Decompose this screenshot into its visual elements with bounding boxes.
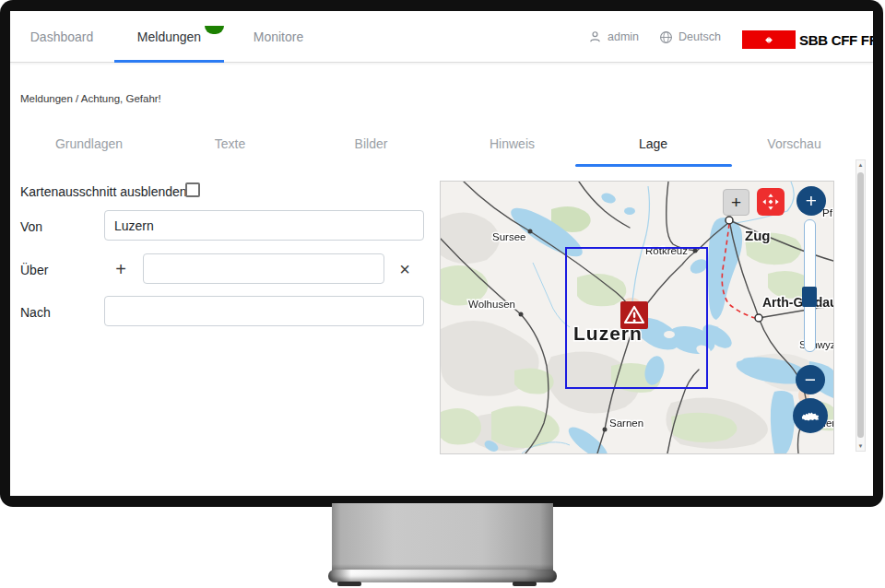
nach-input[interactable] [104, 296, 424, 326]
tab-texte[interactable]: Texte [159, 129, 301, 159]
nav-item-monitore[interactable]: Monitore [245, 11, 312, 63]
language-label: Deutsch [678, 30, 721, 43]
nav-item-meldungen[interactable]: Meldungen [114, 11, 224, 63]
warning-marker-icon[interactable] [620, 301, 648, 329]
close-icon: × [399, 259, 410, 280]
hide-map-label: Kartenausschnitt ausblenden [20, 184, 187, 199]
switzerland-icon [800, 409, 820, 423]
pan-mode-button[interactable] [757, 188, 785, 216]
breadcrumb: Meldungen / Achtung, Gefahr! [20, 93, 161, 104]
zoom-in-button[interactable]: + [796, 186, 826, 216]
label-sarnen: Sarnen [609, 417, 643, 429]
scroll-up-icon[interactable]: ▲ [856, 162, 865, 168]
content-scrollbar[interactable]: ▲ ▼ [856, 159, 866, 452]
nav-monitore-label: Monitore [254, 29, 303, 44]
user-menu[interactable]: admin [588, 11, 639, 63]
globe-icon [659, 30, 673, 44]
monitor-foot-right [513, 582, 537, 586]
tab-lage[interactable]: Lage [583, 129, 724, 159]
tab-grundlagen[interactable]: Grundlagen [18, 129, 159, 159]
home-extent-button[interactable] [793, 398, 828, 433]
label-pf: Pf [822, 207, 833, 218]
zoom-out-button[interactable]: − [796, 365, 825, 394]
app-screen: Dashboard Meldungen Monitore admin Deuts… [10, 11, 873, 496]
label-zug: Zug [745, 228, 771, 243]
monitor-base [328, 570, 557, 582]
notification-badge [205, 26, 224, 34]
map-terrain: Sursee Wolhusen Rotkreuz Zug Arth-Goldau… [441, 182, 833, 453]
nav-item-dashboard[interactable]: Dashboard [34, 11, 89, 63]
plus-icon: + [731, 193, 741, 213]
nav-dashboard-label: Dashboard [30, 29, 94, 44]
hide-map-checkbox[interactable] [185, 182, 200, 197]
monitor-stand [332, 503, 553, 571]
label-sursee: Sursee [492, 231, 525, 242]
add-via-button[interactable]: + [110, 258, 132, 280]
active-tab-underline [575, 164, 732, 167]
move-icon [761, 193, 780, 211]
map-canvas[interactable]: Sursee Wolhusen Rotkreuz Zug Arth-Goldau… [440, 181, 834, 454]
tab-hinweis[interactable]: Hinweis [442, 129, 583, 159]
scrollbar-thumb[interactable] [857, 172, 864, 438]
clear-via-button[interactable]: × [394, 258, 416, 280]
zoom-slider-track[interactable] [804, 219, 816, 352]
user-name: admin [608, 30, 639, 43]
app-header: Dashboard Meldungen Monitore admin Deuts… [10, 11, 873, 63]
von-input[interactable] [104, 210, 424, 241]
tab-bar: Grundlagen Texte Bilder Hinweis Lage Vor… [18, 129, 865, 159]
tab-vorschau[interactable]: Vorschau [724, 129, 865, 159]
von-label: Von [20, 219, 42, 234]
nach-label: Nach [20, 305, 51, 320]
ueber-input[interactable] [143, 253, 384, 284]
sbb-logo [742, 30, 796, 49]
tab-bilder[interactable]: Bilder [301, 129, 442, 159]
active-nav-underline [114, 60, 224, 63]
monitor-foot-left [337, 582, 361, 586]
sbb-arrows-icon [757, 34, 781, 46]
plus-icon: + [806, 190, 817, 212]
zoom-slider-handle[interactable] [802, 287, 817, 307]
nav-meldungen-label: Meldungen [137, 29, 201, 44]
minus-icon: − [805, 369, 816, 391]
ueber-label: Über [20, 263, 48, 277]
label-wolhusen: Wolhusen [468, 299, 515, 310]
scroll-down-icon[interactable]: ▼ [856, 443, 865, 449]
plus-icon: + [115, 259, 126, 280]
label-rotkreuz: Rotkreuz [645, 245, 688, 256]
language-menu[interactable]: Deutsch [659, 11, 721, 63]
overview-map-button[interactable]: + [723, 189, 749, 216]
brand-text: SBB CFF FFS [799, 32, 873, 48]
user-icon [588, 29, 602, 44]
label-arth-goldau: Arth-Goldau [762, 295, 833, 310]
